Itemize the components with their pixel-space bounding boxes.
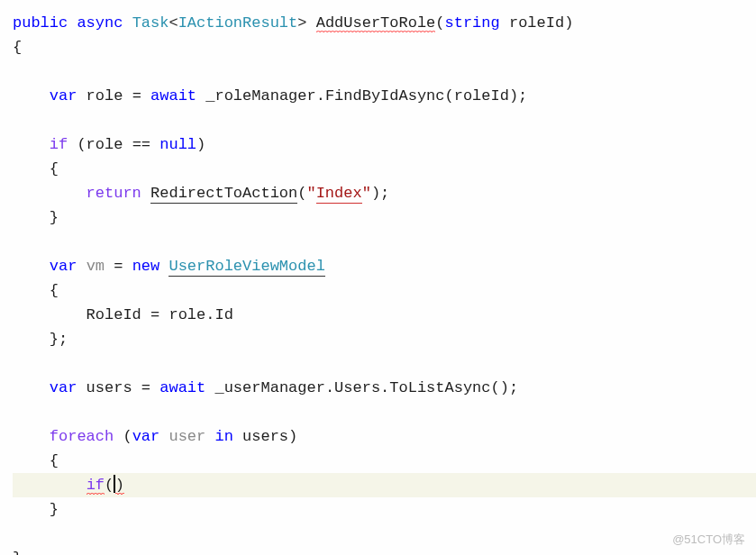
keyword-var: var	[13, 379, 77, 396]
variable-user: user	[169, 428, 205, 445]
code-line[interactable]: var role = await _roleManager.FindByIdAs…	[13, 84, 756, 108]
code-line-blank[interactable]	[13, 351, 756, 376]
keyword-if: if	[87, 477, 105, 496]
keyword-foreach: foreach	[13, 428, 114, 445]
keyword-in: in	[214, 428, 232, 445]
code-line[interactable]: var vm = new UserRoleViewModel	[13, 254, 756, 278]
code-line[interactable]: {	[13, 157, 756, 181]
code-line[interactable]: if (role == null)	[13, 132, 756, 157]
code-line[interactable]: }	[13, 546, 756, 555]
code-editor[interactable]: public async Task<IActionResult> AddUser…	[0, 4, 756, 555]
code-line-blank[interactable]	[13, 59, 756, 84]
keyword-null: null	[159, 136, 196, 153]
code-line[interactable]: RoleId = role.Id	[13, 303, 756, 327]
keyword-async: async	[77, 14, 123, 32]
code-line-blank[interactable]	[13, 400, 756, 424]
code-line-blank[interactable]	[13, 522, 756, 546]
string-index: Index	[316, 185, 362, 204]
keyword-public: public	[13, 14, 68, 32]
keyword-new: new	[132, 258, 160, 275]
keyword-var: var	[132, 428, 160, 445]
code-line[interactable]: {	[13, 278, 756, 303]
keyword-if: if	[13, 136, 68, 153]
code-line-active[interactable]: if()	[13, 473, 756, 497]
type-viewmodel: UserRoleViewModel	[169, 258, 324, 277]
code-line[interactable]: foreach (var user in users)	[13, 424, 756, 449]
code-line[interactable]: }	[13, 497, 756, 522]
code-line[interactable]: public async Task<IActionResult> AddUser…	[13, 11, 756, 35]
code-line-blank[interactable]	[13, 108, 756, 132]
watermark-text: @51CTO博客	[672, 532, 745, 548]
keyword-var: var	[13, 87, 77, 105]
code-line[interactable]: {	[13, 35, 756, 59]
keyword-return: return	[13, 185, 141, 202]
code-line[interactable]: };	[13, 327, 756, 351]
keyword-var: var	[13, 258, 77, 275]
code-line[interactable]: var users = await _userManager.Users.ToL…	[13, 376, 756, 400]
variable-vm: vm	[87, 258, 105, 275]
type-task: Task	[132, 14, 169, 32]
code-line-blank[interactable]	[13, 230, 756, 254]
code-line[interactable]: return RedirectToAction("Index");	[13, 181, 756, 205]
code-line[interactable]: }	[13, 205, 756, 230]
type-iactionresult: IActionResult	[178, 14, 298, 32]
keyword-await: await	[159, 379, 205, 396]
method-name: AddUserToRole	[316, 14, 436, 34]
keyword-string: string	[445, 14, 500, 32]
method-redirect: RedirectToAction	[150, 185, 297, 204]
code-line[interactable]: {	[13, 449, 756, 473]
keyword-await: await	[150, 87, 196, 105]
